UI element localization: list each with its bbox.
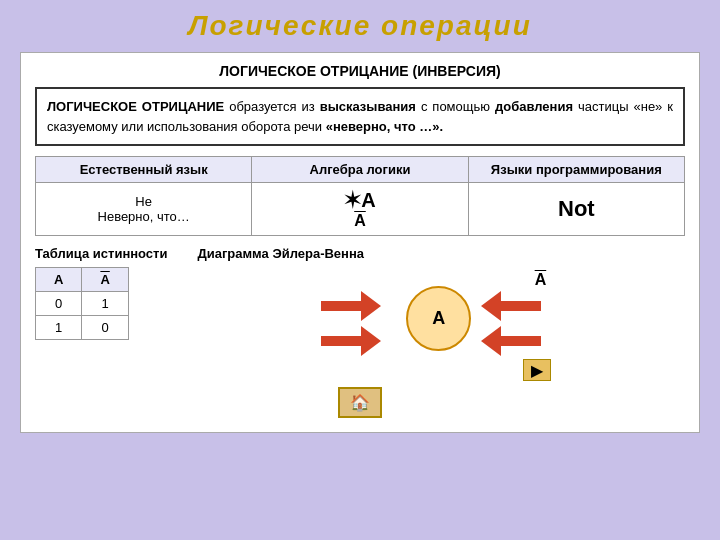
svg-marker-0 — [321, 291, 381, 321]
page: Логические операции ЛОГИЧЕСКОЕ ОТРИЦАНИЕ… — [0, 0, 720, 540]
home-button[interactable]: 🏠 — [338, 387, 382, 418]
truth-cell-nota1: 0 — [82, 316, 128, 340]
table-header-natural: Естественный язык — [36, 157, 252, 183]
home-button-container: 🏠 — [35, 387, 685, 418]
nav-button-label: ▶ — [531, 361, 543, 380]
truth-row-1: 0 1 — [36, 292, 129, 316]
right-arrows-icon — [471, 286, 541, 366]
logic-table: Естественный язык Алгебра логики Языки п… — [35, 156, 685, 236]
euler-a-bar-label: A — [535, 271, 547, 289]
def-part5: добавления — [495, 99, 573, 114]
table-cell-natural: НеНеверно, что… — [36, 183, 252, 236]
truth-table: A A 0 1 1 0 — [35, 267, 129, 340]
euler-circle-a: A — [406, 286, 471, 351]
truth-header-a: A — [36, 268, 82, 292]
truth-cell-nota0: 1 — [82, 292, 128, 316]
svg-marker-1 — [321, 326, 381, 356]
euler-label: Диаграмма Эйлера-Венна — [197, 246, 364, 261]
truth-table-label: Таблица истинности — [35, 246, 167, 261]
truth-cell-a0: 0 — [36, 292, 82, 316]
def-part7: «неверно, что …». — [326, 119, 443, 134]
euler-section: Диаграмма Эйлера-Венна A — [177, 246, 685, 381]
section-title: ЛОГИЧЕСКОЕ ОТРИЦАНИЕ (ИНВЕРСИЯ) — [35, 63, 685, 79]
def-part1: ЛОГИЧЕСКОЕ ОТРИЦАНИЕ — [47, 99, 224, 114]
svg-marker-3 — [481, 326, 541, 356]
euler-a-label: A — [432, 308, 445, 329]
euler-diagram: A A ▶ — [311, 271, 551, 381]
svg-marker-2 — [481, 291, 541, 321]
left-arrows-icon — [321, 286, 391, 366]
truth-header-not-a: A — [82, 268, 128, 292]
table-row: НеНеверно, что… ✶A A Not — [36, 183, 685, 236]
def-part4: с помощью — [416, 99, 495, 114]
bottom-section: Таблица истинности A A 0 1 — [35, 246, 685, 381]
page-title: Логические операции — [20, 10, 700, 42]
truth-row-2: 1 0 — [36, 316, 129, 340]
table-cell-not: Not — [468, 183, 684, 236]
table-header-algebra: Алгебра логики — [252, 157, 468, 183]
home-icon: 🏠 — [350, 394, 370, 411]
nav-button[interactable]: ▶ — [523, 359, 551, 381]
truth-cell-a1: 1 — [36, 316, 82, 340]
not-label: Not — [558, 196, 595, 221]
definition-box: ЛОГИЧЕСКОЕ ОТРИЦАНИЕ образуется из выска… — [35, 87, 685, 146]
table-cell-algebra: ✶A A — [252, 183, 468, 236]
def-part3: высказывания — [320, 99, 416, 114]
truth-table-section: Таблица истинности A A 0 1 — [35, 246, 167, 340]
table-header-lang: Языки программирования — [468, 157, 684, 183]
def-part2: образуется из — [224, 99, 319, 114]
main-content: ЛОГИЧЕСКОЕ ОТРИЦАНИЕ (ИНВЕРСИЯ) ЛОГИЧЕСК… — [20, 52, 700, 433]
